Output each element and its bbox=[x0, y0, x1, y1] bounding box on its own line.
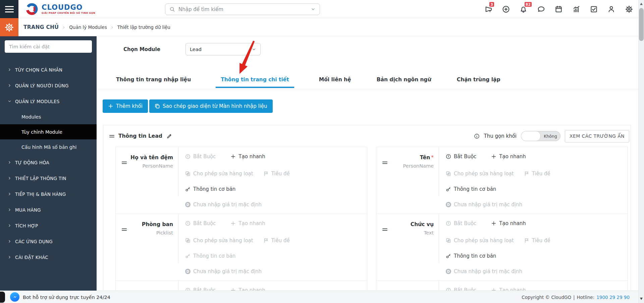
messenger-icon[interactable] bbox=[10, 292, 19, 302]
field-option-required[interactable]: Bắt Buộc bbox=[446, 287, 476, 291]
calendar-button[interactable] bbox=[550, 0, 568, 18]
field-option-mass-edit[interactable]: Cho phép sửa hàng loạt bbox=[185, 171, 253, 177]
field-drag-handle[interactable] bbox=[122, 161, 127, 165]
breadcrumb-separator-icon bbox=[110, 26, 114, 29]
sidebar-item-tu-dong-hoa[interactable]: TỰ ĐỘNG HÓA bbox=[0, 155, 97, 170]
sidebar-chevron-icon bbox=[7, 239, 12, 244]
field-drag-handle[interactable] bbox=[382, 227, 387, 232]
field-drag-handle[interactable] bbox=[122, 227, 127, 232]
field-option-quick-create[interactable]: Tạo nhanh bbox=[491, 220, 526, 226]
field-option-required[interactable]: Bắt Buộc bbox=[185, 287, 216, 291]
sidebar-item-mua-hang[interactable]: MUA HÀNG bbox=[0, 202, 97, 218]
tab-nhap-lieu[interactable]: Thông tin trang nhập liệu bbox=[115, 74, 192, 87]
page-scrollbar[interactable] bbox=[638, 0, 644, 303]
bell-button[interactable]: 82 bbox=[515, 0, 532, 18]
sidebar-item-tich-hop[interactable]: TÍCH HỢP bbox=[0, 218, 97, 233]
megaphone-button[interactable]: 3 bbox=[480, 0, 497, 18]
field-option-mass-edit[interactable]: Cho phép sửa hàng loạt bbox=[446, 171, 514, 177]
field-option-key-field[interactable]: Thông tin cơ bản bbox=[446, 186, 496, 192]
user-button[interactable] bbox=[603, 0, 620, 18]
sidebar-search-input[interactable] bbox=[5, 40, 92, 53]
sidebar-item-cai-dat-khac[interactable]: CÀI ĐẶT KHÁC bbox=[0, 249, 97, 265]
chat-button[interactable] bbox=[532, 0, 550, 18]
edit-block-title-button[interactable] bbox=[166, 133, 172, 139]
field-option-key-field[interactable]: Thông tin cơ bản bbox=[185, 186, 235, 192]
collapse-block-toggle[interactable]: Không bbox=[521, 131, 560, 141]
global-search[interactable] bbox=[165, 3, 320, 15]
chevron-down-icon bbox=[252, 47, 256, 52]
sidebar-item-label: TIẾP THỊ & BÁN HÀNG bbox=[15, 191, 66, 197]
scroll-up-arrow[interactable] bbox=[640, 3, 643, 5]
sidebar-chevron-icon bbox=[7, 160, 12, 165]
field-option-quick-create[interactable]: Tạo nhanh bbox=[230, 154, 265, 160]
sidebar-item-thiet-lap-thong-tin[interactable]: THIẾT LẬP THÔNG TIN bbox=[0, 170, 97, 186]
chat-icon bbox=[537, 5, 545, 13]
field-option-required[interactable]: Bắt Buộc bbox=[185, 220, 216, 226]
field-option-default-value[interactable]: DChưa nhập giá trị mặc định bbox=[446, 268, 522, 274]
breadcrumb-item-2[interactable]: Thiết lập trường dữ liệu bbox=[117, 25, 170, 30]
field-option-quick-create[interactable]: Tạo nhanh bbox=[230, 287, 265, 291]
sidebar-item-quan-ly-modules[interactable]: QUẢN LÝ MODULES bbox=[0, 93, 97, 109]
field-option-key-field[interactable]: Thông tin cơ bản bbox=[446, 253, 496, 259]
field-cards-grid: Họ và tên đệmPersonNameBắt BuộcTạo nhanh… bbox=[115, 147, 628, 291]
tab-chan-trung-lap[interactable]: Chặn trùng lặp bbox=[456, 74, 501, 87]
gear-button[interactable] bbox=[620, 0, 638, 18]
check-square-button[interactable] bbox=[585, 0, 602, 18]
field-option-header[interactable]: Tiêu đề bbox=[524, 237, 550, 244]
field-card-left: Họ và tên đệmPersonName bbox=[116, 147, 178, 214]
field-option-required[interactable]: Bắt Buộc bbox=[185, 154, 216, 160]
breadcrumb-item-1[interactable]: Quản lý Modules bbox=[69, 25, 107, 30]
field-option-required[interactable]: Bắt Buộc bbox=[446, 220, 476, 226]
plus-circle-button[interactable] bbox=[497, 0, 515, 18]
field-option-header[interactable]: Tiêu đề bbox=[524, 171, 550, 177]
scrollbar-thumb[interactable] bbox=[639, 8, 644, 41]
copy-icon bbox=[155, 103, 160, 109]
block-drag-handle[interactable] bbox=[109, 134, 114, 138]
field-option-mass-edit[interactable]: Cho phép sửa hàng loạt bbox=[446, 237, 514, 244]
field-card-left: Chức vụText bbox=[376, 214, 439, 280]
field-option-key-field[interactable]: Thông tin cơ bản bbox=[185, 253, 235, 259]
copy-layout-button[interactable]: Sao chép giao diện từ Màn hình nhập liệu bbox=[149, 99, 273, 113]
module-select-dropdown[interactable]: Lead bbox=[185, 43, 261, 55]
gear-icon bbox=[625, 5, 633, 13]
cloudgo-logo[interactable]: CLOUDGO GIẢI PHÁP CHUYỂN ĐỔI SỐ TINH GỌN bbox=[25, 2, 95, 16]
bell-badge: 82 bbox=[524, 1, 532, 7]
sidebar-subitem-tuy-chinh-module[interactable]: Tùy chỉnh Module bbox=[0, 124, 97, 139]
hotline-link[interactable]: 1900 29 29 90 bbox=[596, 295, 630, 300]
sidebar-item-quan-ly-nguoi-dung[interactable]: QUẢN LÝ NGƯỜI DÙNG bbox=[0, 78, 97, 93]
sidebar-item-tuy-chon-ca-nhan[interactable]: TÙY CHỌN CÁ NHÂN bbox=[0, 62, 97, 78]
scroll-down-arrow[interactable] bbox=[640, 298, 643, 300]
add-block-button[interactable]: Thêm khối bbox=[103, 99, 148, 113]
field-option-required[interactable]: Bắt Buộc bbox=[446, 154, 476, 160]
sidebar-item-tiep-thi-ban-hang[interactable]: TIẾP THỊ & BÁN HÀNG bbox=[0, 186, 97, 202]
field-option-default-value[interactable]: DChưa nhập giá trị mặc định bbox=[185, 202, 262, 208]
sidebar-item-label: TÍCH HỢP bbox=[15, 223, 38, 228]
field-option-default-value[interactable]: DChưa nhập giá trị mặc định bbox=[446, 202, 522, 208]
tab-moi-lien-he[interactable]: Mối liên hệ bbox=[318, 74, 352, 87]
sidebar-item-cac-ung-dung[interactable]: CÁC ỨNG DỤNG bbox=[0, 233, 97, 249]
field-option-header[interactable]: Tiêu đề bbox=[263, 237, 290, 244]
tab-chi-tiet[interactable]: Thông tin trang chi tiết bbox=[216, 74, 294, 88]
sidebar-subitem-modules[interactable]: Modules bbox=[0, 109, 97, 124]
hamburger-menu-button[interactable] bbox=[0, 0, 18, 18]
tab-ban-dich-ngon-ngu[interactable]: Bản dịch ngôn ngữ bbox=[376, 74, 432, 87]
footer-pull-tab[interactable] bbox=[0, 292, 5, 303]
sidebar-subitem-cau-hinh-ma-so-ban-ghi[interactable]: Cấu hình Mã số bản ghi bbox=[0, 139, 97, 155]
breadcrumb-home[interactable]: TRANG CHỦ bbox=[23, 24, 59, 30]
field-drag-handle[interactable] bbox=[382, 161, 387, 165]
settings-gear-block[interactable] bbox=[0, 18, 18, 36]
field-option-quick-create[interactable]: Tạo nhanh bbox=[230, 220, 265, 226]
field-option-mass-edit[interactable]: Cho phép sửa hàng loạt bbox=[185, 237, 253, 244]
chevron-down-icon[interactable] bbox=[311, 7, 316, 12]
field-option-quick-create[interactable]: Tạo nhanh bbox=[491, 287, 526, 291]
toggle-knob[interactable] bbox=[521, 131, 541, 141]
global-search-input[interactable] bbox=[178, 6, 311, 12]
settings-gear-icon bbox=[5, 23, 14, 32]
show-hidden-fields-button[interactable]: XEM CÁC TRƯỜNG ẨN bbox=[565, 130, 629, 142]
field-option-default-value[interactable]: DChưa nhập giá trị mặc định bbox=[185, 268, 262, 274]
field-option-header[interactable]: Tiêu đề bbox=[263, 171, 290, 177]
field-option-quick-create[interactable]: Tạo nhanh bbox=[491, 154, 526, 160]
chart-button[interactable] bbox=[568, 0, 585, 18]
breadcrumb-separator-icon bbox=[62, 26, 66, 29]
quick-create-plus-icon bbox=[491, 288, 496, 291]
